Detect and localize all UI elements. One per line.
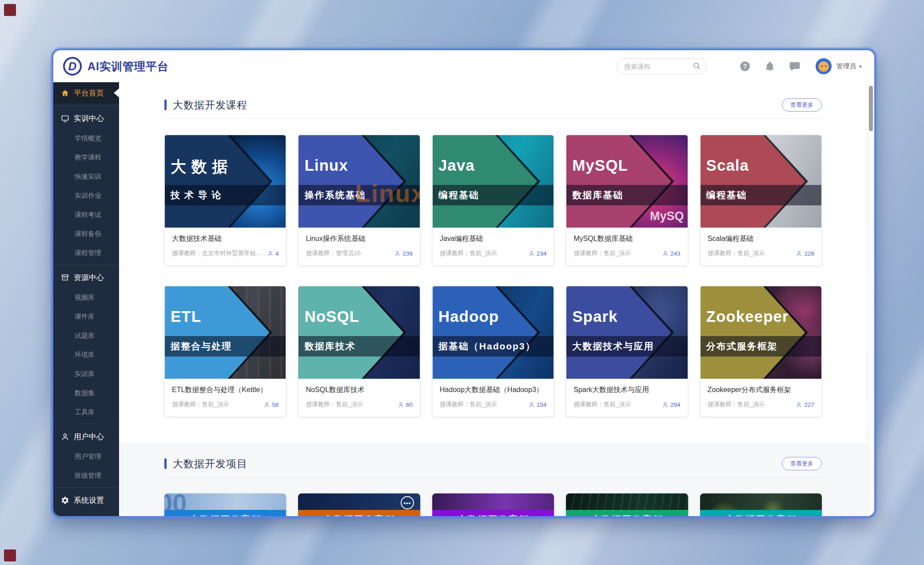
courses-section: 大数据开发课程 查看更多 大 数 据 技 术 导 论 大数据技术基础 授课教师：… bbox=[119, 82, 874, 443]
sidebar-subitem[interactable]: 课程考试 bbox=[53, 205, 119, 224]
course-title: MySQL数据库基础 bbox=[574, 234, 680, 244]
search-icon[interactable] bbox=[693, 62, 701, 71]
count-value: 4 bbox=[275, 250, 279, 257]
banner-title: NoSQL bbox=[304, 308, 359, 325]
course-card[interactable]: Java 编程基础 Java编程基础 授课教师：售前_演示 234 bbox=[432, 135, 554, 266]
course-info: Zookeeper分布式服务框架 授课教师：售前_演示 227 bbox=[701, 379, 821, 417]
course-banner: 大 数 据 技 术 导 论 bbox=[165, 135, 286, 228]
sidebar-subitem[interactable]: 实训库 bbox=[53, 365, 119, 384]
user-name[interactable]: 管理员 bbox=[836, 62, 856, 71]
sidebar-subitem[interactable]: 用户管理 bbox=[53, 447, 119, 466]
sidebar-item-home[interactable]: 平台首页 bbox=[53, 82, 119, 104]
person-icon bbox=[796, 250, 802, 257]
projects-view-more-button[interactable]: 查看更多 bbox=[782, 457, 822, 470]
course-card[interactable]: NoSQL 数据库技术 NoSQL数据库技术 授课教师：售前_演示 60 bbox=[298, 286, 420, 417]
banner-title: Spark bbox=[572, 308, 617, 325]
course-card[interactable]: Spark 大数据技术与应用 Spark大数据技术与应用 授课教师：售前_演示 … bbox=[566, 286, 688, 417]
project-card[interactable]: ••• 大数据开发案例 bbox=[164, 493, 286, 516]
course-meta: 授课教师：售前_演示 60 bbox=[306, 401, 412, 409]
sidebar-subitem[interactable]: 工具库 bbox=[53, 403, 119, 422]
sidebar-subitem[interactable]: 数据集 bbox=[53, 384, 119, 403]
sidebar-item-label: 用户中心 bbox=[74, 432, 104, 442]
course-meta: 授课教师：北京市对外贸易学校教... 4 bbox=[172, 249, 279, 257]
sidebar-item-system-settings[interactable]: 系统设置 bbox=[53, 489, 119, 511]
project-card[interactable]: ••• 大数据开发案例 bbox=[700, 493, 822, 516]
project-card[interactable]: ••• 大数据开发案例 bbox=[432, 493, 554, 516]
search-input[interactable] bbox=[624, 63, 693, 70]
sidebar-subitem[interactable]: 学情概览 bbox=[53, 129, 119, 148]
course-card[interactable]: Linux 操作系统基础 Linux操作系统基础 授课教师：管理员10 239 bbox=[298, 135, 420, 266]
desktop-corner-marker bbox=[4, 549, 16, 561]
course-teacher: 授课教师：售前_演示 bbox=[172, 401, 260, 409]
sidebar-subitem[interactable]: 课件库 bbox=[53, 307, 119, 326]
project-card[interactable]: ••• 大数据开发案例 bbox=[298, 493, 420, 516]
sidebar-subitem[interactable]: 试题库 bbox=[53, 326, 119, 345]
banner-arrow-shape bbox=[701, 135, 821, 228]
course-meta: 授课教师：售前_演示 228 bbox=[708, 249, 814, 257]
course-card[interactable]: 大 数 据 技 术 导 论 大数据技术基础 授课教师：北京市对外贸易学校教...… bbox=[164, 135, 286, 266]
count-value: 228 bbox=[804, 250, 814, 257]
app-logo-icon: D bbox=[63, 57, 82, 76]
sidebar-subitem[interactable]: 环境库 bbox=[53, 345, 119, 365]
sidebar-item-resource-center[interactable]: 资源中心 bbox=[53, 267, 119, 288]
project-grid: ••• 大数据开发案例 ••• 大数据开发案例 ••• 大数据开发案例 ••• … bbox=[164, 493, 822, 516]
course-info: Spark大数据技术与应用 授课教师：售前_演示 294 bbox=[566, 379, 687, 417]
enrollment-count: 294 bbox=[662, 401, 681, 408]
count-value: 154 bbox=[537, 401, 547, 408]
section-accent-bar bbox=[164, 100, 167, 110]
project-band-label: 大数据开发案例 bbox=[432, 510, 554, 516]
home-icon bbox=[61, 89, 69, 97]
sidebar-nav: 平台首页实训中心学情概览教学课程快速实训实训作业课程考试课程备份课程管理资源中心… bbox=[53, 82, 119, 511]
sidebar-subitem[interactable]: 视频库 bbox=[53, 288, 119, 307]
content-scrollbar[interactable] bbox=[867, 82, 874, 516]
sidebar-subitem[interactable]: 课程管理 bbox=[53, 244, 119, 263]
banner-subtitle: 操作系统基础 bbox=[304, 189, 366, 201]
person-icon bbox=[263, 401, 270, 408]
course-teacher: 授课教师：售前_演示 bbox=[708, 401, 793, 409]
sidebar-divider bbox=[53, 105, 119, 106]
search-box[interactable] bbox=[616, 58, 707, 74]
bell-icon[interactable] bbox=[764, 60, 776, 72]
user-avatar[interactable] bbox=[816, 58, 832, 74]
message-icon[interactable] bbox=[789, 60, 801, 72]
scrollbar-thumb[interactable] bbox=[869, 86, 873, 131]
count-value: 239 bbox=[402, 250, 413, 257]
sidebar-item-user-center[interactable]: 用户中心 bbox=[53, 426, 119, 447]
sidebar-item-training-center[interactable]: 实训中心 bbox=[53, 108, 119, 129]
banner-arrow-shape bbox=[701, 286, 821, 379]
course-teacher: 授课教师：北京市对外贸易学校教... bbox=[172, 249, 263, 257]
courses-view-more-button[interactable]: 查看更多 bbox=[782, 98, 822, 112]
course-teacher: 授课教师：售前_演示 bbox=[440, 401, 525, 409]
courses-section-title: 大数据开发课程 bbox=[173, 98, 247, 112]
course-teacher: 授课教师：售前_演示 bbox=[440, 249, 525, 257]
project-band-label: 大数据开发案例 bbox=[700, 510, 822, 516]
sidebar-divider bbox=[53, 424, 119, 424]
help-icon[interactable]: ? bbox=[739, 60, 751, 72]
sidebar-divider bbox=[53, 264, 119, 265]
enrollment-count: 228 bbox=[796, 250, 814, 257]
course-info: Java编程基础 授课教师：售前_演示 234 bbox=[433, 228, 554, 265]
course-info: ETL数据整合与处理（Kettle） 授课教师：售前_演示 58 bbox=[165, 379, 286, 417]
sidebar-subitem[interactable]: 快速实训 bbox=[53, 167, 119, 186]
count-value: 227 bbox=[804, 401, 814, 408]
course-card[interactable]: Hadoop 据基础（Hadoop3） Hadoop大数据基础（Hadoop3）… bbox=[432, 286, 554, 417]
course-card[interactable]: Scala 编程基础 Scala编程基础 授课教师：售前_演示 228 bbox=[700, 135, 822, 266]
monitor-icon bbox=[61, 114, 69, 123]
sidebar-subitem[interactable]: 教学课程 bbox=[53, 148, 119, 167]
course-card[interactable]: MySQL 数据库基础 MySQ MySQL数据库基础 授课教师：售前_演示 2… bbox=[566, 135, 688, 266]
banner-title: Scala bbox=[706, 156, 749, 174]
banner-title: ETL bbox=[171, 308, 201, 325]
enrollment-count: 227 bbox=[796, 401, 814, 408]
chevron-down-icon[interactable]: ▾ bbox=[859, 63, 862, 70]
enrollment-count: 58 bbox=[263, 401, 279, 408]
active-item-notch bbox=[114, 88, 119, 97]
sidebar-item-label: 资源中心 bbox=[74, 272, 104, 283]
course-card[interactable]: ETL 据整合与处理 ETL数据整合与处理（Kettle） 授课教师：售前_演示… bbox=[164, 286, 286, 417]
sidebar-subitem[interactable]: 实训作业 bbox=[53, 186, 119, 205]
course-title: Scala编程基础 bbox=[708, 234, 814, 244]
course-card[interactable]: Zookeeper 分布式服务框架 Zookeeper分布式服务框架 授课教师：… bbox=[700, 286, 822, 417]
sidebar-subitem[interactable]: 课程备份 bbox=[53, 224, 119, 244]
course-banner: Scala 编程基础 bbox=[701, 135, 821, 228]
sidebar-subitem[interactable]: 班级管理 bbox=[53, 466, 119, 485]
project-card[interactable]: ••• 大数据开发案例 bbox=[566, 493, 688, 516]
